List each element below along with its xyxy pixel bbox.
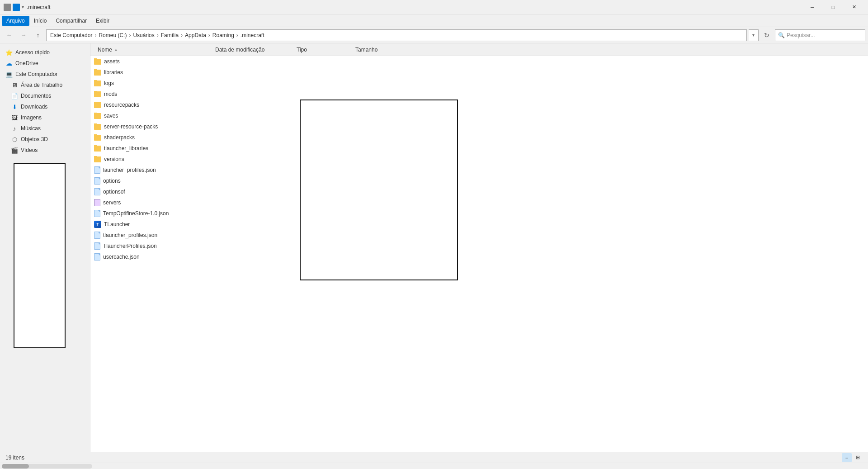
file-row[interactable]: T TLauncher bbox=[90, 219, 868, 230]
docs-icon bbox=[11, 92, 18, 99]
sidebar-item-documents[interactable]: Documentos bbox=[0, 90, 90, 101]
file-row[interactable]: saves bbox=[90, 110, 868, 121]
file-name-cell: T TLauncher bbox=[94, 221, 212, 228]
sort-arrow-name: ▲ bbox=[114, 47, 118, 52]
file-row[interactable]: resourcepacks bbox=[90, 99, 868, 110]
menu-arquivo[interactable]: Arquivo bbox=[2, 16, 29, 26]
file-name-cell: saves bbox=[94, 113, 212, 119]
title-dropdown-icon[interactable]: ▾ bbox=[22, 5, 24, 9]
file-name-cell: tlauncher_libraries bbox=[94, 145, 212, 152]
file-row[interactable]: usercache.json bbox=[90, 251, 868, 262]
file-row[interactable]: tlauncher_profiles.json bbox=[90, 230, 868, 241]
breadcrumb[interactable]: Este Computador › Romeu (C:) › Usuários … bbox=[46, 29, 747, 41]
preview-pane-overlay bbox=[14, 163, 66, 348]
search-icon: 🔍 bbox=[778, 32, 785, 38]
sidebar-item-downloads[interactable]: Downloads bbox=[0, 101, 90, 112]
breadcrumb-minecraft[interactable]: .minecraft bbox=[241, 32, 264, 38]
save-icon bbox=[4, 4, 11, 11]
file-row[interactable]: servers bbox=[90, 197, 868, 208]
folder-icon bbox=[94, 113, 101, 119]
col-header-size[interactable]: Tamanho bbox=[352, 47, 397, 53]
refresh-button[interactable]: ↻ bbox=[760, 29, 773, 42]
file-area: Nome ▲ Data de modificação Tipo Tamanho … bbox=[90, 43, 868, 452]
close-button[interactable]: ✕ bbox=[844, 0, 864, 14]
breadcrumb-drive[interactable]: Romeu (C:) bbox=[99, 32, 127, 38]
breadcrumb-pc[interactable]: Este Computador bbox=[50, 32, 92, 38]
menu-inicio[interactable]: Início bbox=[29, 16, 52, 26]
sidebar-label-music: Músicas bbox=[21, 125, 41, 132]
col-header-date[interactable]: Data de modificação bbox=[212, 47, 293, 53]
file-row[interactable]: versions bbox=[90, 154, 868, 165]
file-row[interactable]: mods bbox=[90, 89, 868, 99]
file-row[interactable]: TlauncherProfiles.json bbox=[90, 241, 868, 251]
view-tiles-button[interactable]: ⊞ bbox=[853, 453, 863, 462]
maximize-button[interactable]: □ bbox=[823, 0, 844, 14]
file-row[interactable]: libraries bbox=[90, 67, 868, 78]
sidebar-item-onedrive[interactable]: OneDrive bbox=[0, 58, 90, 69]
sidebar-item-quick-access[interactable]: Acesso rápido bbox=[0, 47, 90, 58]
sidebar-item-images[interactable]: Imagens bbox=[0, 112, 90, 123]
sidebar-label-quick-access: Acesso rápido bbox=[15, 49, 50, 56]
menu-exibir[interactable]: Exibir bbox=[91, 16, 114, 26]
file-row[interactable]: server-resource-packs bbox=[90, 121, 868, 132]
scroll-track[interactable] bbox=[2, 464, 92, 469]
menu-compartilhar[interactable]: Compartilhar bbox=[51, 16, 91, 26]
file-name: mods bbox=[104, 91, 117, 97]
up-button[interactable]: ↑ bbox=[32, 29, 44, 42]
file-row[interactable]: TempOptifineStore-1.0.json bbox=[90, 208, 868, 219]
file-row[interactable]: shaderpacks bbox=[90, 132, 868, 143]
col-header-name[interactable]: Nome ▲ bbox=[94, 47, 212, 53]
sidebar-item-music[interactable]: Músicas bbox=[0, 123, 90, 134]
3d-icon bbox=[11, 136, 18, 143]
file-name-cell: optionsof bbox=[94, 188, 212, 195]
sidebar-label-3d: Objetos 3D bbox=[21, 136, 48, 142]
file-icon bbox=[94, 210, 100, 217]
file-row[interactable]: assets bbox=[90, 56, 868, 67]
file-row[interactable]: optionsof bbox=[90, 186, 868, 197]
search-box[interactable]: 🔍 Pesquisar... bbox=[775, 29, 865, 41]
sidebar: Acesso rápido OneDrive Este Computador Á… bbox=[0, 43, 90, 452]
file-row[interactable]: tlauncher_libraries bbox=[90, 143, 868, 154]
file-name-cell: shaderpacks bbox=[94, 134, 212, 141]
breadcrumb-familia[interactable]: Família bbox=[161, 32, 179, 38]
folder-icon bbox=[94, 146, 101, 152]
minimize-button[interactable]: ─ bbox=[802, 0, 823, 14]
breadcrumb-users[interactable]: Usuários bbox=[133, 32, 154, 38]
sidebar-label-videos: Vídeos bbox=[21, 147, 38, 153]
view-details-button[interactable]: ≡ bbox=[842, 453, 852, 462]
tlauncher-icon: T bbox=[94, 221, 101, 228]
file-name-cell: TempOptifineStore-1.0.json bbox=[94, 210, 212, 217]
sidebar-item-desktop[interactable]: Área de Trabalho bbox=[0, 80, 90, 90]
sidebar-item-videos[interactable]: Vídeos bbox=[0, 145, 90, 156]
folder-icon bbox=[94, 81, 101, 86]
file-name: TlauncherProfiles.json bbox=[103, 243, 157, 249]
breadcrumb-appdata[interactable]: AppData bbox=[185, 32, 206, 38]
status-count: 19 itens bbox=[5, 455, 24, 461]
sidebar-label-desktop: Área de Trabalho bbox=[21, 82, 62, 88]
file-icon bbox=[94, 253, 100, 261]
breadcrumb-dropdown-button[interactable]: ▾ bbox=[749, 29, 759, 41]
forward-button[interactable]: → bbox=[17, 29, 30, 42]
pc-icon bbox=[5, 71, 13, 78]
sidebar-item-this-pc[interactable]: Este Computador bbox=[0, 69, 90, 80]
search-placeholder: Pesquisar... bbox=[787, 32, 815, 38]
file-row[interactable]: launcher_profiles.json bbox=[90, 165, 868, 175]
file-name: tlauncher_profiles.json bbox=[103, 232, 157, 238]
file-name-cell: options bbox=[94, 177, 212, 185]
file-name: usercache.json bbox=[103, 254, 140, 260]
file-name-cell: logs bbox=[94, 80, 212, 86]
file-row[interactable]: options bbox=[90, 175, 868, 186]
large-preview-box bbox=[300, 99, 458, 280]
file-name-cell: mods bbox=[94, 91, 212, 97]
back-button[interactable]: ← bbox=[3, 29, 15, 42]
file-name: resourcepacks bbox=[104, 102, 139, 108]
sidebar-item-3d-objects[interactable]: Objetos 3D bbox=[0, 134, 90, 145]
file-name-cell: versions bbox=[94, 156, 212, 162]
breadcrumb-roaming[interactable]: Roaming bbox=[212, 32, 234, 38]
title-bar-left: ▾ .minecraft bbox=[4, 4, 51, 11]
file-row[interactable]: logs bbox=[90, 78, 868, 89]
col-header-type[interactable]: Tipo bbox=[293, 47, 352, 53]
servers-icon bbox=[94, 199, 100, 206]
file-name: optionsof bbox=[103, 189, 125, 195]
scroll-thumb[interactable] bbox=[2, 464, 29, 469]
